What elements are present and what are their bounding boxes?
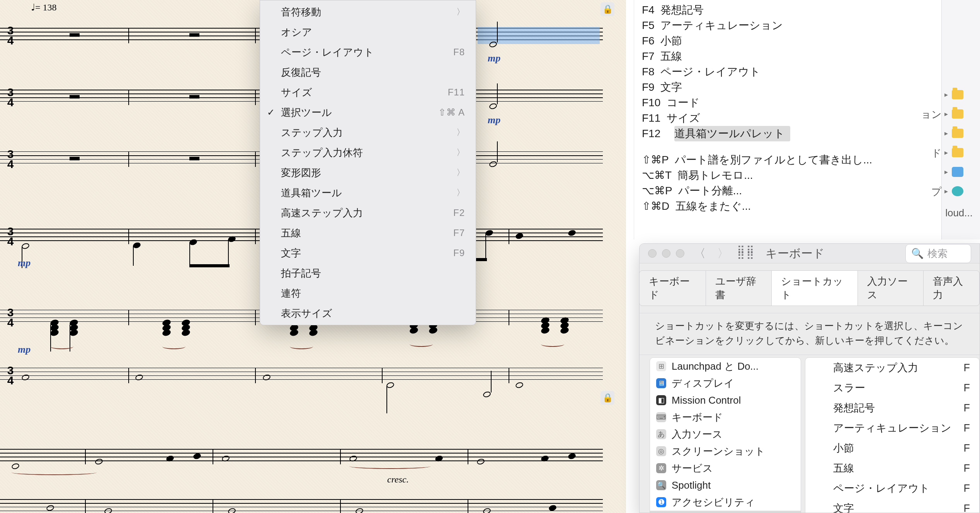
shortcut-label: ページ・レイアウト [660,66,761,78]
menu-item[interactable]: 道具箱ツール〉 [260,183,476,203]
tab[interactable]: キーボード [639,270,706,306]
category-item[interactable]: ✲サービス [650,460,801,477]
tab[interactable]: 入力ソース [858,270,924,306]
disclosure-triangle-icon[interactable]: ▸ [944,168,948,176]
shortcut-row[interactable]: 小節F [805,438,979,458]
category-icon: ◎ [656,446,666,456]
disclosure-triangle-icon[interactable]: ▸ [944,187,948,195]
shortcut-row[interactable]: F4 発想記号 [634,2,980,18]
shortcut-row[interactable]: ページ・レイアウトF [805,478,979,498]
tab[interactable]: ショートカット [771,270,858,306]
category-item[interactable]: Aアプリケーション [650,511,801,513]
folder-icon [952,109,963,119]
menu-item[interactable]: 表示サイズ [260,303,476,323]
category-item[interactable]: 🖥ディスプレイ [650,375,801,392]
close-button[interactable] [648,249,657,258]
menu-item[interactable]: 文字F9 [260,243,476,263]
search-field[interactable]: 🔍 検索 [905,244,971,263]
disclosure-triangle-icon[interactable]: ▸ [944,148,948,157]
chevron-right-icon: 〉 [456,6,465,18]
category-item[interactable]: 🔍Spotlight [650,477,801,494]
zoom-button[interactable] [676,249,684,258]
menu-item[interactable]: 変形図形〉 [260,163,476,183]
menu-item-shortcut: F11 [448,87,465,98]
sidebar-item[interactable]: ▸ [941,164,980,180]
category-item[interactable]: ➊アクセシビリティ [650,494,801,511]
shortcut-key: F [964,442,970,454]
forward-button[interactable]: 〉 [715,244,731,263]
tab[interactable]: ユーザ辞書 [706,270,772,306]
menu-item[interactable]: サイズF11 [260,82,476,102]
traffic-lights[interactable] [648,249,684,258]
shortcut-key: F11 [642,112,660,124]
shortcut-key: F12 [634,127,667,139]
time-signature: 34 [4,149,17,169]
menu-item-label: ステップ入力 [281,126,343,139]
folder-icon [952,90,963,99]
menu-item[interactable]: 連符 [260,283,476,303]
disclosure-triangle-icon[interactable]: ▸ [944,90,948,99]
menu-item[interactable]: 高速ステップ入力F2 [260,203,476,223]
titlebar[interactable]: 〈 〉 ⠿⠿⠿⠿ キーボード 🔍 検索 [640,244,980,263]
back-button[interactable]: 〈 [692,244,708,263]
shortcut-label: コード [667,97,700,109]
sidebar-item[interactable]: ▸ [941,87,980,102]
shortcut-row[interactable]: F5 アーティキュレーション [634,18,980,33]
menu-item[interactable]: ステップ入力〉 [260,122,476,143]
menu-item-label: 道具箱ツール [281,186,342,200]
menu-item[interactable]: 拍子記号 [260,263,476,283]
minimize-button[interactable] [662,249,670,258]
menu-item[interactable]: 選択ツール⇧⌘ A [260,102,476,122]
shortcut-row[interactable]: アーティキュレーションF [805,418,979,438]
category-label: ディスプレイ [672,377,734,390]
disk-icon [952,186,963,196]
sidebar-item[interactable]: ▸ [941,145,980,160]
shortcut-table[interactable]: 高速ステップ入力FスラーF発想記号FアーティキュレーションF小節F五線Fページ・… [805,357,980,513]
shortcut-row[interactable]: ⌥⌘T 簡易トレモロ... [634,168,980,183]
menu-item[interactable]: オシア [260,22,476,42]
finder-sidebar-fragment: ▸▸ョン▸▸ド▸▸プloud... [941,0,980,240]
shortcut-row[interactable]: 五線F [805,458,979,478]
time-signature: 34 [4,25,17,46]
lock-icon[interactable]: 🔒 [601,391,614,405]
shortcut-row[interactable]: 高速ステップ入力F [805,358,979,378]
lock-icon[interactable]: 🔒 [601,2,614,16]
menu-item[interactable]: 音符移動〉 [260,2,476,22]
category-item[interactable]: ◎スクリーンショット [650,443,801,460]
shortcut-label: 五線 [660,50,682,62]
category-item[interactable]: ⌨キーボード [650,409,801,426]
shortcut-row[interactable]: スラーF [805,378,979,398]
shortcut-row[interactable]: F8 ページ・レイアウト [634,64,980,80]
shortcut-row[interactable]: F9 文字 [634,80,980,95]
system-preferences-window[interactable]: 〈 〉 ⠿⠿⠿⠿ キーボード 🔍 検索 キーボードユーザ辞書ショートカット入力ソ… [639,243,980,513]
shortcut-label: 発想記号 [833,401,875,415]
show-all-button[interactable]: ⠿⠿⠿⠿ [738,244,754,263]
category-list[interactable]: ⊞Launchpad と Do...🖥ディスプレイ◧Mission Contro… [650,357,801,513]
category-label: スクリーンショット [672,445,765,458]
category-icon: ⌨ [656,412,666,422]
menu-item[interactable]: 反復記号 [260,62,476,82]
shortcut-row[interactable]: 文字F [805,498,979,513]
tabs[interactable]: キーボードユーザ辞書ショートカット入力ソース音声入力 [640,263,980,313]
menu-item-label: 文字 [281,246,301,260]
sidebar-item[interactable]: ▸ [941,183,980,199]
shortcut-row[interactable]: 発想記号F [805,398,979,418]
shortcut-label: スラー [833,381,865,395]
tab[interactable]: 音声入力 [923,270,980,306]
disclosure-triangle-icon[interactable]: ▸ [944,110,948,118]
shortcut-row[interactable]: F6 小節 [634,33,980,49]
chevron-right-icon: 〉 [456,167,465,178]
category-item[interactable]: ⊞Launchpad と Do... [650,358,801,375]
category-item[interactable]: あ入力ソース [650,426,801,443]
search-icon: 🔍 [911,248,924,260]
menu-item[interactable]: ページ・レイアウトF8 [260,42,476,62]
shortcut-row[interactable]: F7 五線 [634,49,980,64]
menu-item[interactable]: ステップ入力休符〉 [260,143,476,163]
context-menu[interactable]: 音符移動〉オシアページ・レイアウトF8反復記号サイズF11選択ツール⇧⌘ Aステ… [260,0,476,325]
sidebar-item[interactable]: ▸ [941,126,980,141]
disclosure-triangle-icon[interactable]: ▸ [944,129,948,138]
menu-item[interactable]: 五線F7 [260,223,476,243]
sidebar-item[interactable]: ▸ [941,106,980,122]
shortcut-label: 五線をまたぐ... [675,200,751,212]
category-item[interactable]: ◧Mission Control [650,392,801,409]
